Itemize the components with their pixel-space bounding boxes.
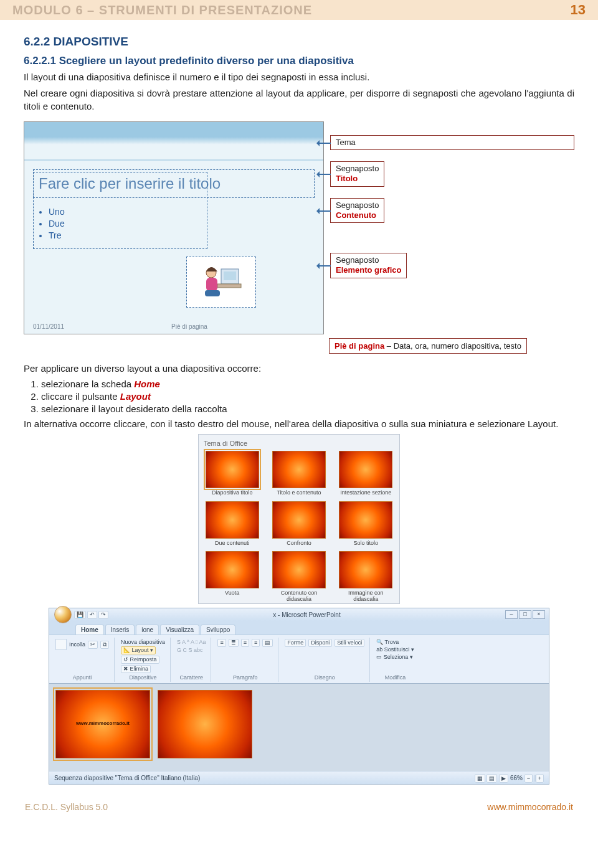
copy-icon[interactable]: ⧉	[100, 641, 109, 649]
callout-contenuto: SegnapostoContenuto	[330, 198, 384, 224]
new-slide-button[interactable]: Nuova diapositiva	[121, 639, 165, 645]
layout-gallery-popup: Tema di Office Diapositiva titolo Titolo…	[198, 434, 400, 604]
zoom-out-button[interactable]: −	[524, 774, 533, 783]
step-2: cliccare il pulsante Layout	[41, 391, 574, 402]
content-placeholder: Uno Due Tre	[33, 172, 207, 249]
tab-view[interactable]: Visualizza	[160, 625, 199, 634]
footer-left: E.C.D.L. Syllabus 5.0	[25, 802, 108, 812]
svg-rect-4	[206, 278, 217, 291]
slide-preview: Fare clic per inserire il titolo Uno Due…	[24, 121, 324, 334]
svg-rect-5	[205, 290, 220, 296]
numbering-icon[interactable]: ≣	[229, 639, 239, 647]
replace-button[interactable]: ab Sostituisci ▾	[376, 646, 414, 653]
bullet-item: Due	[49, 219, 202, 229]
layout-option[interactable]: Vuota	[202, 551, 262, 602]
page-footer: E.C.D.L. Syllabus 5.0 www.mimmocorrado.i…	[0, 785, 598, 822]
ribbon-tabs: Home Inseris ione Visualizza Sviluppo	[49, 621, 549, 634]
cut-icon[interactable]: ✂	[88, 641, 98, 649]
tab-animation[interactable]: ione	[136, 625, 159, 634]
view-normal-icon[interactable]: ▦	[475, 774, 485, 783]
arrange-button[interactable]: Disponi	[308, 639, 332, 647]
quick-access-toolbar: 💾 ↶ ↷	[53, 605, 108, 625]
group-clipboard: Incolla ✂ ⧉ Appunti	[53, 638, 115, 682]
font-size-controls[interactable]: S A ᴬ A ͮ Aa	[177, 639, 206, 645]
view-sorter-icon[interactable]: ▤	[486, 774, 497, 783]
paragraph-intro-2: Nel creare ogni diapositiva si dovrà pre…	[24, 87, 574, 113]
font-style-controls[interactable]: G C S abc	[177, 647, 203, 653]
layout-option[interactable]: Due contenuti	[202, 501, 262, 546]
save-icon[interactable]: 💾	[74, 611, 86, 619]
zoom-value: 66%	[510, 775, 523, 781]
callout-grafico: SegnapostoElemento grafico	[330, 253, 407, 278]
powerpoint-window: 💾 ↶ ↷ x - Microsoft PowerPoint – □ × Hom…	[49, 608, 549, 785]
status-left: Sequenza diapositive "Tema di Office" It…	[54, 775, 200, 781]
callout-titolo: SegnapostoTitolo	[330, 161, 384, 187]
paragraph-steps-intro: Per applicare un diverso layout a una di…	[24, 362, 574, 375]
tab-developer[interactable]: Sviluppo	[201, 625, 235, 634]
paste-button[interactable]: Incolla	[69, 641, 85, 648]
bullet-item: Uno	[49, 207, 202, 217]
undo-icon[interactable]: ↶	[87, 611, 97, 619]
group-editing: 🔍 Trova ab Sostituisci ▾ ▭ Seleziona ▾ M…	[374, 638, 419, 682]
select-button[interactable]: ▭ Seleziona ▾	[376, 654, 413, 660]
layout-option[interactable]: Diapositiva titolo	[202, 451, 262, 496]
tab-home[interactable]: Home	[75, 625, 104, 634]
find-button[interactable]: 🔍 Trova	[376, 639, 399, 645]
layout-option[interactable]: Contenuto con didascalia	[269, 551, 328, 602]
layout-option[interactable]: Titolo e contenuto	[269, 451, 328, 496]
zoom-in-button[interactable]: +	[536, 774, 544, 783]
callout-column: Tema SegnapostoTitolo SegnapostoContenut…	[330, 121, 574, 334]
tab-insert[interactable]: Inseris	[105, 625, 135, 634]
maximize-button[interactable]: □	[519, 610, 531, 619]
view-slideshow-icon[interactable]: ▶	[499, 774, 508, 783]
layout-option[interactable]: Immagine con didascalia	[336, 551, 396, 602]
page-number: 13	[571, 2, 586, 18]
callout-pie-di-pagina: Piè di pagina – Data, ora, numero diapos…	[329, 338, 527, 354]
align-left-icon[interactable]: ≡	[241, 639, 249, 647]
reset-button[interactable]: ↺ Reimposta	[121, 656, 159, 664]
step-3: selezionare il layout desiderato della r…	[41, 403, 574, 414]
graphic-placeholder	[186, 257, 256, 308]
window-titlebar: 💾 ↶ ↷ x - Microsoft PowerPoint – □ ×	[49, 608, 549, 621]
paragraph-alternative: In alternativa occorre cliccare, con il …	[24, 418, 574, 430]
group-font: S A ᴬ A ͮ Aa G C S abc Carattere	[174, 638, 211, 682]
page-content: 6.2.2 DIAPOSITIVE 6.2.2.1 Scegliere un l…	[0, 20, 598, 785]
slide-footer-text: Piè di pagina	[171, 323, 207, 330]
group-paragraph: ≡ ≣ ≡ ≡ ▤ Paragrafo	[215, 638, 278, 682]
step-1: selezionare la scheda Home	[41, 379, 574, 389]
group-slides: Nuova diapositiva 📐 Layout ▾ ↺ Reimposta…	[118, 638, 171, 682]
office-button[interactable]	[54, 606, 72, 623]
layout-option[interactable]: Confronto	[269, 501, 328, 546]
align-center-icon[interactable]: ≡	[252, 639, 260, 647]
delete-button[interactable]: ✖ Elimina	[121, 665, 151, 673]
ribbon: Incolla ✂ ⧉ Appunti Nuova diapositiva 📐 …	[49, 634, 549, 684]
subsection-heading: 6.2.2.1 Scegliere un layout predefinito …	[24, 55, 574, 67]
columns-icon[interactable]: ▤	[262, 639, 273, 647]
slide-thumbnail[interactable]: www.mimmocorrado.it	[55, 690, 150, 758]
paste-icon[interactable]	[55, 639, 67, 650]
status-bar: Sequenza diapositive "Tema di Office" It…	[49, 771, 549, 784]
minimize-button[interactable]: –	[505, 610, 518, 619]
close-button[interactable]: ×	[533, 610, 545, 619]
paragraph-intro-1: Il layout di una diapositiva definisce i…	[24, 71, 574, 83]
layout-option[interactable]: Intestazione sezione	[336, 451, 396, 496]
bullets-icon[interactable]: ≡	[217, 639, 225, 647]
slide-footer: 01/11/2011 Piè di pagina	[33, 323, 315, 330]
layout-button[interactable]: 📐 Layout ▾	[121, 646, 156, 654]
group-drawing: Forme Disponi Stili veloci Disegno	[282, 638, 370, 682]
layout-option[interactable]: Solo titolo	[336, 501, 396, 546]
slide-sorter-area: www.mimmocorrado.it	[49, 684, 549, 771]
window-title: x - Microsoft PowerPoint	[273, 611, 340, 618]
slide-thumbnail[interactable]	[158, 690, 252, 758]
callout-tema: Tema	[330, 135, 574, 150]
redo-icon[interactable]: ↷	[98, 611, 108, 619]
callout-footer-row: Piè di pagina – Data, ora, numero diapos…	[24, 338, 574, 354]
figure-slide-anatomy: Fare clic per inserire il titolo Uno Due…	[24, 121, 574, 334]
svg-rect-1	[224, 271, 236, 280]
quick-styles-button[interactable]: Stili veloci	[335, 639, 364, 647]
slide-date: 01/11/2011	[33, 323, 64, 330]
footer-right: www.mimmocorrado.it	[487, 802, 573, 812]
bullet-item: Tre	[49, 230, 202, 240]
section-heading: 6.2.2 DIAPOSITIVE	[24, 35, 574, 49]
shapes-button[interactable]: Forme	[285, 639, 306, 647]
